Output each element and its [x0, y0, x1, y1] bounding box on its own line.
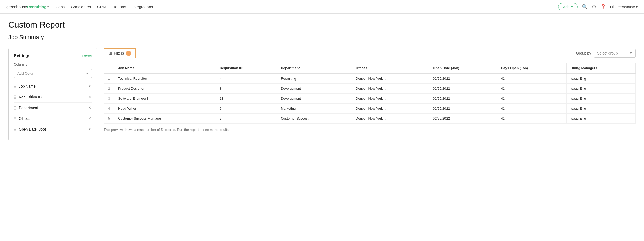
- filter-icon: ▦: [108, 51, 112, 55]
- settings-icon[interactable]: ⚙: [592, 4, 596, 10]
- column-name: Job Name: [19, 84, 85, 88]
- drag-handle-icon[interactable]: [14, 128, 16, 131]
- remove-column-button[interactable]: ×: [87, 105, 92, 110]
- table-cell: Denver, New York,...: [352, 73, 429, 84]
- nav-reports[interactable]: Reports: [112, 4, 126, 9]
- table-cell: Isaac Ellig: [567, 94, 636, 104]
- column-name: Open Date (Job): [19, 127, 85, 131]
- table-cell: Recruiting: [277, 73, 352, 84]
- table-cell: 1: [104, 73, 114, 84]
- add-label: Add: [563, 5, 570, 9]
- table-cell: 41: [497, 104, 567, 114]
- table-cell: Isaac Ellig: [567, 114, 636, 124]
- nav-jobs[interactable]: Jobs: [56, 4, 65, 9]
- group-by-label: Group by: [576, 51, 591, 55]
- remove-column-button[interactable]: ×: [87, 116, 92, 121]
- nav-integrations[interactable]: Integrations: [133, 4, 153, 9]
- table-cell: Customer Success Manager: [114, 114, 216, 124]
- table-body: 1Technical Recruiter4RecruitingDenver, N…: [104, 73, 636, 124]
- table-cell: Denver, New York,...: [352, 84, 429, 94]
- drag-handle-icon[interactable]: [14, 106, 16, 110]
- remove-column-button[interactable]: ×: [87, 84, 92, 89]
- column-item: Offices ×: [14, 113, 92, 124]
- search-icon[interactable]: 🔍: [582, 4, 588, 10]
- table-cell: Customer Succes...: [277, 114, 352, 124]
- column-name: Requisition ID: [19, 95, 85, 99]
- table-header: Job NameRequisition IDDepartmentOfficesO…: [104, 63, 636, 74]
- table-cell: Isaac Ellig: [567, 104, 636, 114]
- table-cell: Development: [277, 84, 352, 94]
- filters-button[interactable]: ▦ Filters 3: [104, 48, 136, 58]
- column-item: Requisition ID ×: [14, 92, 92, 103]
- table-cell: 13: [216, 94, 277, 104]
- columns-label: Columns: [14, 62, 92, 66]
- table-cell: Denver, New York,...: [352, 114, 429, 124]
- settings-header: Settings Reset: [14, 53, 92, 58]
- table-cell: 4: [216, 73, 277, 84]
- logo-greenhouse-text: greenhouse: [6, 4, 27, 9]
- filters-count-badge: 3: [126, 51, 131, 56]
- table-cell: 02/25/2022: [429, 73, 497, 84]
- table-cell: Isaac Ellig: [567, 73, 636, 84]
- nav-links: Jobs Candidates CRM Reports Integrations: [56, 4, 558, 9]
- table-cell: 02/25/2022: [429, 94, 497, 104]
- drag-handle-icon[interactable]: [14, 117, 16, 120]
- settings-title: Settings: [14, 53, 30, 58]
- reset-link[interactable]: Reset: [82, 54, 92, 58]
- table-cell: 02/25/2022: [429, 104, 497, 114]
- content-area: Settings Reset Columns Add Column Job Na…: [0, 48, 644, 140]
- table-cell: Isaac Ellig: [567, 84, 636, 94]
- group-by-select[interactable]: Select group: [594, 49, 636, 58]
- logo[interactable]: greenhouse Recruiting ▾: [6, 4, 49, 9]
- table-column-header: Job Name: [114, 63, 216, 74]
- page-subtitle: Job Summary: [8, 34, 636, 41]
- table-row: 1Technical Recruiter4RecruitingDenver, N…: [104, 73, 636, 84]
- table-cell: 3: [104, 94, 114, 104]
- table-column-header: Requisition ID: [216, 63, 277, 74]
- table-column-header: Days Open (Job): [497, 63, 567, 74]
- table-cell: Product Designer: [114, 84, 216, 94]
- nav-crm[interactable]: CRM: [97, 4, 106, 9]
- table-column-header: Open Date (Job): [429, 63, 497, 74]
- user-chevron-icon: ▾: [636, 5, 638, 9]
- table-row: 4Head Writer6MarketingDenver, New York,.…: [104, 104, 636, 114]
- preview-note: This preview shows a max number of 5 rec…: [104, 128, 636, 132]
- help-icon[interactable]: ❓: [600, 4, 606, 10]
- user-menu[interactable]: Hi Greenhouse ▾: [610, 5, 638, 9]
- page-title: Custom Report: [8, 20, 636, 30]
- add-button[interactable]: Add ▾: [558, 3, 578, 10]
- page-header: Custom Report Job Summary: [0, 14, 644, 48]
- nav-right: Add ▾ 🔍 ⚙ ❓ Hi Greenhouse ▾: [558, 3, 638, 10]
- table-row: 3Software Engineer I13DevelopmentDenver,…: [104, 94, 636, 104]
- drag-handle-icon[interactable]: [14, 85, 16, 88]
- column-item: Open Date (Job) ×: [14, 124, 92, 135]
- logo-recruiting-text: Recruiting: [27, 4, 46, 9]
- table-cell: Denver, New York,...: [352, 94, 429, 104]
- table-column-header: Hiring Managers: [567, 63, 636, 74]
- table-column-header: Offices: [352, 63, 429, 74]
- remove-column-button[interactable]: ×: [87, 94, 92, 100]
- drag-handle-icon[interactable]: [14, 95, 16, 99]
- table-cell: 02/25/2022: [429, 84, 497, 94]
- table-cell: 41: [497, 94, 567, 104]
- column-list: Job Name × Requisition ID × Department ×: [14, 81, 92, 135]
- table-wrapper: Job NameRequisition IDDepartmentOfficesO…: [104, 63, 636, 124]
- top-nav: greenhouse Recruiting ▾ Jobs Candidates …: [0, 0, 644, 14]
- column-item: Department ×: [14, 103, 92, 113]
- table-column-header: [104, 63, 114, 74]
- group-by-area: Group by Select group: [576, 49, 636, 58]
- column-name: Department: [19, 106, 85, 110]
- table-cell: 5: [104, 114, 114, 124]
- column-name: Offices: [19, 116, 85, 121]
- column-item: Job Name ×: [14, 81, 92, 92]
- nav-candidates[interactable]: Candidates: [71, 4, 91, 9]
- table-cell: 41: [497, 84, 567, 94]
- table-cell: Technical Recruiter: [114, 73, 216, 84]
- table-column-header: Department: [277, 63, 352, 74]
- table-cell: 8: [216, 84, 277, 94]
- table-cell: 4: [104, 104, 114, 114]
- add-column-select[interactable]: Add Column: [14, 69, 92, 78]
- logo-chevron-icon: ▾: [47, 5, 49, 9]
- remove-column-button[interactable]: ×: [87, 127, 92, 132]
- table-cell: 02/25/2022: [429, 114, 497, 124]
